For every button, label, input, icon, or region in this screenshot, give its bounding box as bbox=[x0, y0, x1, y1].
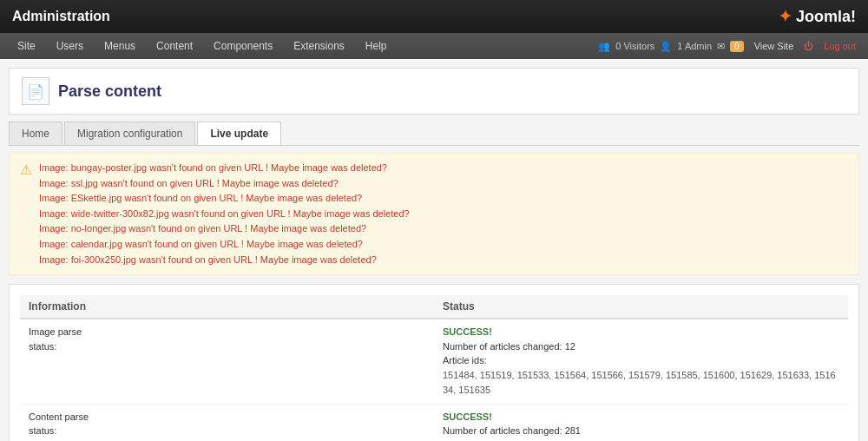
page-title-icon: 📄 bbox=[22, 77, 49, 105]
view-site-link[interactable]: View Site bbox=[749, 39, 799, 53]
message-icon: ✉ bbox=[717, 41, 725, 52]
warning-icon: ⚠ bbox=[20, 161, 32, 267]
logout-icon: ⏻ bbox=[804, 41, 813, 51]
table-row: Content parse status: SUCCESS! Number of… bbox=[20, 404, 848, 441]
warning-msg-6: Image: foi-300x250.jpg wasn't found on g… bbox=[39, 253, 410, 268]
tab-live-update[interactable]: Live update bbox=[197, 122, 281, 145]
row2-status: SUCCESS! Number of articles changed: 281… bbox=[434, 404, 848, 441]
nav-item-components[interactable]: Components bbox=[203, 33, 283, 59]
results-table: Information Status Image parse status: S… bbox=[20, 295, 848, 441]
page-title-bar: 📄 Parse content bbox=[9, 68, 859, 115]
nav-item-site[interactable]: Site bbox=[7, 33, 46, 59]
visitor-icon: 👥 bbox=[598, 41, 610, 52]
row2-detail1: Number of articles changed: 281 bbox=[443, 424, 839, 438]
col-status: Status bbox=[434, 295, 848, 319]
row2-success: SUCCESS! bbox=[443, 410, 839, 425]
message-count: 0 bbox=[730, 41, 744, 52]
row1-detail1: Number of articles changed: 12 bbox=[443, 339, 839, 354]
nav-item-extensions[interactable]: Extensions bbox=[283, 33, 355, 59]
table-row: Image parse status: SUCCESS! Number of a… bbox=[20, 319, 848, 404]
admin-title: Administration bbox=[12, 9, 110, 24]
top-header: Administration ✦ Joomla! bbox=[0, 0, 868, 33]
nav-left: Site Users Menus Content Components Exte… bbox=[7, 33, 398, 59]
row1-success: SUCCESS! bbox=[443, 325, 839, 339]
nav-item-help[interactable]: Help bbox=[355, 33, 398, 59]
nav-item-content[interactable]: Content bbox=[146, 33, 203, 59]
warning-msg-4: Image: no-longer.jpg wasn't found on giv… bbox=[39, 221, 410, 237]
joomla-logo: ✦ Joomla! bbox=[779, 7, 856, 26]
page-icon: 📄 bbox=[27, 83, 44, 100]
nav-bar: Site Users Menus Content Components Exte… bbox=[0, 33, 868, 59]
warning-messages: Image: bungay-poster.jpg wasn't found on… bbox=[39, 161, 410, 267]
admin-count: 1 Admin bbox=[677, 41, 712, 51]
nav-item-menus[interactable]: Menus bbox=[94, 33, 146, 59]
page-title: Parse content bbox=[58, 82, 161, 101]
row2-label: Content parse status: bbox=[20, 404, 434, 441]
nav-item-users[interactable]: Users bbox=[46, 33, 94, 59]
logout-link[interactable]: Log out bbox=[819, 39, 861, 53]
row1-label: Image parse status: bbox=[20, 319, 434, 404]
col-information: Information bbox=[20, 295, 434, 319]
tabs-bar: Home Migration configuration Live update bbox=[9, 122, 859, 146]
warning-msg-5: Image: calendar.jpg wasn't found on give… bbox=[39, 237, 410, 253]
tab-migration-config[interactable]: Migration configuration bbox=[64, 122, 195, 145]
warning-msg-1: Image: ssl.jpg wasn't found on given URL… bbox=[39, 176, 410, 192]
tab-home[interactable]: Home bbox=[9, 122, 62, 145]
main-content: 📄 Parse content Home Migration configura… bbox=[0, 59, 868, 441]
row1-status: SUCCESS! Number of articles changed: 12 … bbox=[434, 319, 848, 404]
results-panel: Information Status Image parse status: S… bbox=[9, 284, 859, 441]
warning-msg-0: Image: bungay-poster.jpg wasn't found on… bbox=[39, 161, 410, 176]
warning-msg-3: Image: wide-twitter-300x82.jpg wasn't fo… bbox=[39, 207, 410, 222]
nav-right: 👥 0 Visitors 👤 1 Admin ✉ 0 View Site ⏻ L… bbox=[598, 39, 861, 53]
admin-icon: 👤 bbox=[660, 41, 672, 52]
row1-ids: 151484, 151519, 151533, 151564, 151566, … bbox=[443, 368, 839, 398]
warning-box: ⚠ Image: bungay-poster.jpg wasn't found … bbox=[9, 153, 859, 275]
warning-msg-2: Image: ESkettle.jpg wasn't found on give… bbox=[39, 191, 410, 207]
visitors-count: 0 Visitors bbox=[615, 41, 654, 51]
row1-detail2-label: Article ids: bbox=[443, 353, 839, 368]
